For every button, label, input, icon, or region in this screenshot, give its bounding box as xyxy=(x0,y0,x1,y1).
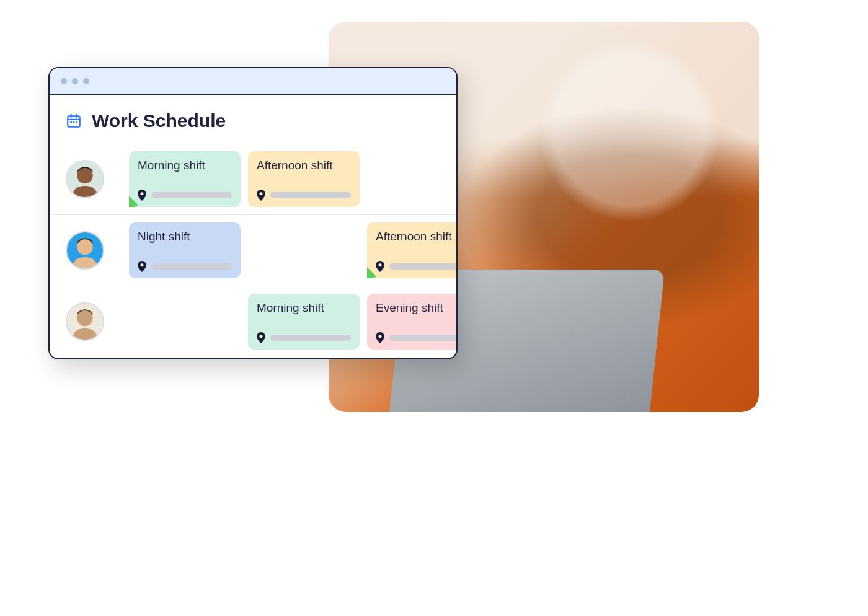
shift-label: Morning shift xyxy=(257,301,351,315)
svg-point-10 xyxy=(259,192,262,195)
svg-point-6 xyxy=(76,121,78,123)
employee-avatar[interactable] xyxy=(66,231,104,270)
shift-location-row xyxy=(257,190,351,201)
window-control-dot xyxy=(61,78,67,84)
window-control-dot xyxy=(72,78,78,84)
schedule-row: Morning shift Evening shift xyxy=(50,286,456,357)
shift-location-row xyxy=(376,332,458,343)
calendar-icon xyxy=(66,113,82,129)
shift-card-evening[interactable]: Evening shift xyxy=(367,294,458,350)
empty-cell xyxy=(248,222,360,278)
employee-avatar[interactable] xyxy=(66,160,104,198)
location-placeholder-bar xyxy=(270,192,351,198)
schedule-row: Night shift Afternoon shift xyxy=(50,214,456,286)
svg-point-12 xyxy=(77,239,92,255)
shift-label: Afternoon shift xyxy=(257,159,351,172)
shift-location-row xyxy=(257,332,351,343)
shift-location-row xyxy=(138,261,232,272)
shift-card-afternoon[interactable]: Afternoon shift xyxy=(248,151,360,207)
svg-point-5 xyxy=(73,121,75,123)
shift-location-row xyxy=(376,261,458,272)
shift-label: Afternoon shift xyxy=(376,230,458,244)
shift-card-morning[interactable]: Morning shift xyxy=(248,294,360,350)
svg-point-14 xyxy=(378,263,381,266)
location-pin-icon xyxy=(257,332,265,343)
location-placeholder-bar xyxy=(389,335,458,341)
location-placeholder-bar xyxy=(151,192,232,198)
shift-label: Night shift xyxy=(138,230,232,244)
location-placeholder-bar xyxy=(151,263,232,270)
svg-point-4 xyxy=(70,121,72,123)
svg-point-18 xyxy=(378,335,381,338)
location-placeholder-bar xyxy=(389,263,458,270)
schedule-row: Morning shift Afternoon shift xyxy=(50,144,456,214)
shift-corner-tag xyxy=(129,196,140,207)
location-pin-icon xyxy=(376,332,384,343)
location-pin-icon xyxy=(138,261,146,272)
shift-card-afternoon[interactable]: Afternoon shift xyxy=(367,222,458,278)
shift-label: Morning shift xyxy=(138,159,232,172)
shift-corner-tag xyxy=(367,267,378,278)
svg-point-13 xyxy=(140,263,143,266)
shift-label: Evening shift xyxy=(376,301,458,315)
svg-point-16 xyxy=(77,310,92,326)
svg-point-17 xyxy=(259,335,262,338)
window-titlebar xyxy=(50,68,456,95)
schedule-title: Work Schedule xyxy=(92,110,226,131)
window-control-dot xyxy=(83,78,89,84)
schedule-window: Work Schedule Morning shift Afternoon sh… xyxy=(48,67,458,359)
shift-card-night[interactable]: Night shift xyxy=(129,222,241,278)
schedule-header: Work Schedule xyxy=(50,110,456,144)
location-placeholder-bar xyxy=(270,335,351,341)
employee-avatar[interactable] xyxy=(66,302,104,341)
shift-card-morning[interactable]: Morning shift xyxy=(129,151,241,207)
empty-cell xyxy=(129,294,241,350)
svg-point-9 xyxy=(140,192,143,195)
empty-cell xyxy=(367,151,458,207)
location-pin-icon xyxy=(257,190,265,201)
shift-location-row xyxy=(138,190,232,201)
svg-point-8 xyxy=(77,168,92,183)
